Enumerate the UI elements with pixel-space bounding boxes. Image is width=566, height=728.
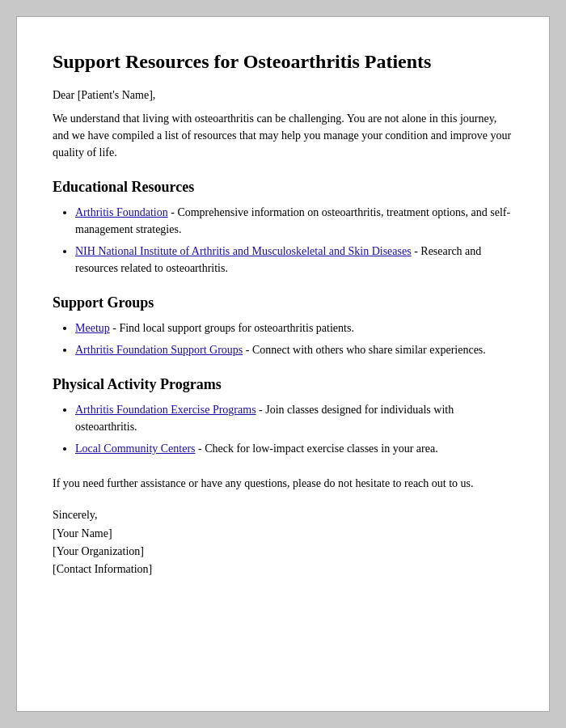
sections-container: Educational ResourcesArthritis Foundatio…	[53, 179, 513, 457]
greeting-text: Dear [Patient's Name],	[53, 89, 513, 102]
section-heading-1: Support Groups	[53, 294, 513, 311]
resource-description-2-1: - Check for low-impact exercise classes …	[196, 442, 438, 455]
resource-link-2-0[interactable]: Arthritis Foundation Exercise Programs	[75, 404, 256, 416]
list-item-2-0: Arthritis Foundation Exercise Programs -…	[75, 401, 513, 435]
resource-list-0: Arthritis Foundation - Comprehensive inf…	[75, 204, 513, 277]
resource-link-1-0[interactable]: Meetup	[75, 322, 110, 334]
page-title: Support Resources for Osteoarthritis Pat…	[53, 49, 513, 74]
section-heading-0: Educational Resources	[53, 179, 513, 196]
resource-list-2: Arthritis Foundation Exercise Programs -…	[75, 401, 513, 457]
resource-list-1: Meetup - Find local support groups for o…	[75, 320, 513, 358]
intro-paragraph: We understand that living with osteoarth…	[53, 110, 513, 161]
signature-line-0: Sincerely,	[53, 506, 513, 524]
list-item-2-1: Local Community Centers - Check for low-…	[75, 440, 513, 457]
resource-link-0-1[interactable]: NIH National Institute of Arthritis and …	[75, 245, 412, 257]
signature-block: Sincerely,[Your Name][Your Organization]…	[53, 506, 513, 579]
resource-link-2-1[interactable]: Local Community Centers	[75, 442, 196, 455]
signature-line-1: [Your Name]	[53, 525, 513, 543]
resource-link-1-1[interactable]: Arthritis Foundation Support Groups	[75, 344, 243, 356]
signature-line-2: [Your Organization]	[53, 543, 513, 561]
section-heading-2: Physical Activity Programs	[53, 376, 513, 393]
list-item-1-1: Arthritis Foundation Support Groups - Co…	[75, 341, 513, 358]
signature-line-3: [Contact Information]	[53, 561, 513, 578]
resource-description-1-1: - Connect with others who share similar …	[243, 344, 486, 356]
resource-link-0-0[interactable]: Arthritis Foundation	[75, 206, 168, 218]
resource-description-1-0: - Find local support groups for osteoart…	[110, 322, 354, 334]
list-item-1-0: Meetup - Find local support groups for o…	[75, 320, 513, 336]
closing-paragraph: If you need further assistance or have a…	[53, 475, 513, 492]
page-container: Support Resources for Osteoarthritis Pat…	[16, 16, 550, 712]
list-item-0-1: NIH National Institute of Arthritis and …	[75, 243, 513, 277]
list-item-0-0: Arthritis Foundation - Comprehensive inf…	[75, 204, 513, 238]
